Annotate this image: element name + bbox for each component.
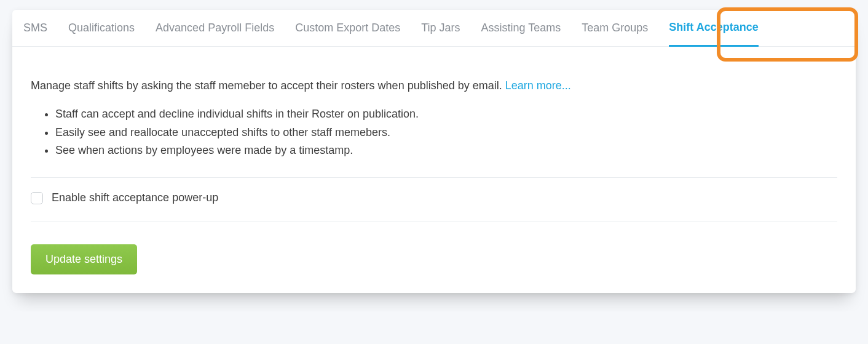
update-settings-button[interactable]: Update settings	[31, 244, 137, 274]
tab-qualifications[interactable]: Qualifications	[68, 10, 135, 46]
settings-card: SMS Qualifications Advanced Payroll Fiel…	[12, 10, 856, 293]
tab-sms[interactable]: SMS	[23, 10, 47, 46]
enable-checkbox-row: Enable shift acceptance power-up	[31, 178, 837, 222]
tab-team-groups[interactable]: Team Groups	[582, 10, 648, 46]
intro-text: Manage staff shifts by asking the staff …	[31, 79, 505, 92]
feature-item: Easily see and reallocate unaccepted shi…	[55, 124, 837, 142]
tab-tip-jars[interactable]: Tip Jars	[421, 10, 460, 46]
tab-bar: SMS Qualifications Advanced Payroll Fiel…	[12, 10, 856, 47]
tab-advanced-payroll-fields[interactable]: Advanced Payroll Fields	[156, 10, 274, 46]
enable-shift-acceptance-checkbox[interactable]	[31, 192, 43, 204]
divider	[31, 222, 837, 222]
feature-list: Staff can accept and decline individual …	[31, 105, 837, 160]
tab-custom-export-dates[interactable]: Custom Export Dates	[295, 10, 400, 46]
tab-content: Manage staff shifts by asking the staff …	[12, 47, 856, 293]
tab-shift-acceptance[interactable]: Shift Acceptance	[669, 10, 758, 47]
enable-shift-acceptance-label: Enable shift acceptance power-up	[52, 191, 218, 204]
feature-item: Staff can accept and decline individual …	[55, 105, 837, 124]
learn-more-link[interactable]: Learn more...	[505, 79, 571, 92]
tab-assisting-teams[interactable]: Assisting Teams	[481, 10, 561, 46]
intro-paragraph: Manage staff shifts by asking the staff …	[31, 78, 837, 94]
feature-item: See when actions by employees were made …	[55, 142, 837, 160]
